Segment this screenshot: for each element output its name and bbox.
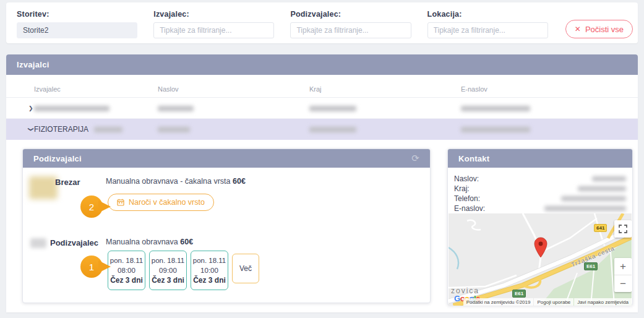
lokacija-input[interactable] (427, 22, 548, 38)
road-badge-641: 641 (594, 224, 607, 232)
calendar-icon (117, 199, 124, 206)
more-slots-button[interactable]: Več (232, 254, 259, 283)
table-row-expanded[interactable]: ❯ FIZIOTERAPIJA (6, 119, 638, 140)
slot-card[interactable]: pon. 18.11 09:00 Čez 3 dni (149, 251, 187, 290)
refresh-icon[interactable]: ⟳ (411, 153, 419, 164)
subprovider-name: Brezar (55, 178, 80, 187)
road-badge-e61: E61 (584, 262, 598, 270)
filter-izvajalec: Izvajalec: (153, 10, 274, 38)
izvajalec-label: Izvajalec: (153, 10, 274, 19)
map-terms-link[interactable]: Pogoji uporabe (534, 298, 573, 306)
lokacija-label: Lokacija: (427, 10, 548, 19)
podizvajalci-panel: Podizvajalci ⟳ Brezar Manualna obravnava… (22, 148, 431, 303)
subprovider-name: Podizvajalec (50, 238, 98, 247)
app-window: Storitev: Izvajalec: Podizvajalec: Lokac… (0, 0, 644, 318)
subprovider-row: Podizvajalec Manualna obravnava 60€ 1 po… (23, 233, 430, 301)
service-price: 60€ (180, 238, 193, 246)
slot-list: pon. 18.11 08:00 Čez 3 dni pon. 18.11 09… (108, 251, 259, 290)
podizvajalci-title: Podizvajalci (33, 154, 82, 163)
col-izvajalec: Izvajalec (6, 85, 158, 93)
avatar (30, 238, 46, 248)
map-marker-icon[interactable] (534, 237, 547, 258)
zoom-in-button[interactable]: + (614, 258, 632, 275)
map-report-link[interactable]: Javi napako zemljevida (574, 298, 632, 306)
izvajalci-title: Izvajalci (17, 60, 49, 69)
service-text: Manualna obravnava 60€ (106, 238, 193, 246)
clear-all-button[interactable]: ✕ Počisti vse (565, 20, 633, 38)
filter-lokacija: Lokacija: (427, 10, 548, 38)
fullscreen-icon (619, 225, 627, 233)
izvajalci-header: Izvajalci (6, 54, 638, 75)
filter-bar: Storitev: Izvajalec: Podizvajalec: Lokac… (6, 2, 638, 43)
col-naslov: Naslov (158, 85, 309, 93)
service-text: Manualna obravnava - čakalna vrsta 60€ (106, 177, 246, 186)
filter-storitev: Storitev: (17, 10, 137, 38)
map[interactable]: Tržaška cesta 641 4 E61 E61 zovica Googl… (449, 213, 632, 306)
step-badge-1: 1 (80, 256, 103, 278)
izvajalec-input[interactable] (153, 22, 274, 38)
podizvajalec-label: Podizvajalec: (290, 10, 411, 19)
avatar (29, 176, 58, 199)
contact-e-naslov-label: E-naslov: (454, 204, 485, 213)
queue-button[interactable]: Naroči v čakalno vrsto (108, 194, 214, 211)
zoom-out-button[interactable]: − (614, 275, 632, 292)
table-row[interactable]: ❯ (6, 98, 638, 119)
filter-podizvajalec: Podizvajalec: (290, 10, 411, 38)
contact-telefon-label: Telefon: (454, 194, 480, 203)
clear-all-label: Počisti vse (585, 25, 624, 34)
map-copyright: Podatki na zemljevidu ©2019 (463, 298, 534, 306)
kontakt-title: Kontakt (458, 154, 490, 163)
storitev-label: Storitev: (17, 10, 137, 19)
road-badge-e61: E61 (512, 290, 526, 298)
zoom-control[interactable]: + − (614, 258, 632, 292)
storitev-input[interactable] (17, 22, 137, 38)
col-kraj: Kraj (309, 85, 461, 93)
podizvajalec-input[interactable] (290, 22, 411, 38)
provider-name: FIZIOTERAPIJA (34, 125, 88, 134)
contact-details: Naslov: Kraj: Telefon: E-naslov: (448, 168, 632, 217)
contact-naslov-label: Naslov: (454, 174, 479, 183)
subprovider-row: Brezar Manualna obravnava - čakalna vrst… (23, 168, 430, 216)
close-icon: ✕ (575, 25, 581, 33)
queue-button-label: Naroči v čakalno vrsto (129, 198, 205, 207)
kontakt-panel: Kontakt Naslov: Kraj: Telefon: E-naslov: (447, 148, 633, 306)
contact-kraj-label: Kraj: (454, 184, 470, 193)
fullscreen-button[interactable] (614, 220, 632, 238)
map-attribution: Podatki na zemljevidu ©2019 Pogoji upora… (463, 298, 632, 306)
col-e-naslov: E-naslov (461, 85, 612, 93)
kontakt-header: Kontakt (448, 149, 632, 168)
podizvajalci-header: Podizvajalci ⟳ (23, 149, 430, 168)
step-badge-2: 2 (80, 196, 103, 218)
slot-card[interactable]: pon. 18.11 08:00 Čez 3 dni (108, 251, 145, 290)
service-price: 60€ (233, 177, 246, 186)
slot-card[interactable]: pon. 18.11 10:00 Čez 3 dni (191, 251, 228, 290)
table-header: Izvajalec Naslov Kraj E-naslov (6, 75, 638, 98)
